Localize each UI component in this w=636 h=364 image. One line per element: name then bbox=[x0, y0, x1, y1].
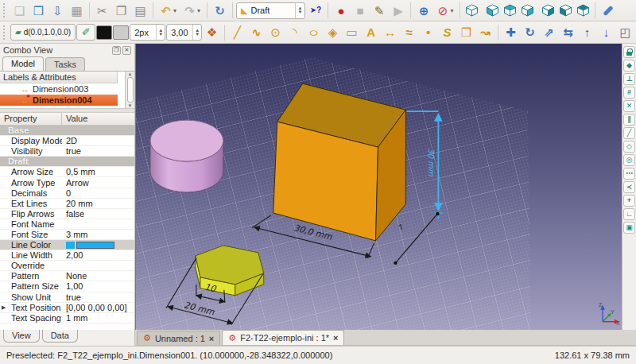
panel-tab-data[interactable]: Data bbox=[42, 330, 78, 343]
tab-model[interactable]: Model bbox=[2, 56, 44, 71]
draft-text-button[interactable]: A bbox=[362, 24, 380, 41]
document-tab[interactable]: ⚙Unnamed : 1× bbox=[137, 331, 220, 345]
3d-view-canvas[interactable]: 30,0 mm 20 mm 10 30 mm bbox=[136, 44, 622, 330]
snap-dimensions-icon[interactable]: ⋯ bbox=[623, 168, 635, 180]
expand-arrow-icon[interactable]: ▶ bbox=[2, 304, 6, 311]
spinner-arrows-icon[interactable]: ▲▼ bbox=[192, 25, 200, 40]
property-row-font-size[interactable]: Font Size3 mm bbox=[0, 230, 134, 240]
property-row-arrow-type[interactable]: Arrow TypeArrow bbox=[0, 177, 134, 188]
draft-ellipse-button[interactable]: ○ bbox=[304, 24, 323, 41]
spinner-arrows-icon[interactable]: ▲▼ bbox=[156, 25, 163, 40]
save-file-button[interactable]: ⇩ bbox=[48, 2, 67, 19]
copy-icon[interactable]: ❐ bbox=[112, 2, 130, 19]
draft-bezier-button[interactable]: ↝ bbox=[476, 24, 494, 41]
modify-offset-button[interactable]: ⇗ bbox=[540, 24, 558, 41]
cut-icon[interactable]: ✂ bbox=[93, 2, 111, 19]
property-value[interactable]: true bbox=[62, 146, 134, 156]
property-value[interactable]: 1,00 bbox=[62, 281, 134, 291]
face-color-swatch[interactable] bbox=[113, 25, 129, 40]
view-axonometric-button[interactable] bbox=[463, 2, 480, 19]
zoom-fit-button[interactable]: ⊕ bbox=[414, 2, 432, 19]
modify-trim-button[interactable]: ⇆ bbox=[559, 24, 577, 41]
close-tab-icon[interactable]: × bbox=[209, 334, 214, 343]
snap-working-plane-icon[interactable]: ▣ bbox=[623, 222, 635, 234]
print-button[interactable]: ▦ bbox=[68, 2, 86, 19]
snap-midpoint-icon[interactable]: ≺ bbox=[623, 181, 635, 193]
close-panel-icon[interactable]: ✕ bbox=[122, 46, 131, 55]
snap-perpendicular-icon[interactable]: ⊥ bbox=[623, 73, 635, 85]
snap-angle-icon[interactable]: ◎ bbox=[623, 154, 635, 166]
view-right-button[interactable] bbox=[519, 2, 536, 19]
line-width-spinbox[interactable]: 2px▲▼ bbox=[130, 24, 165, 41]
snap-ortho-icon[interactable]: ∟ bbox=[623, 208, 635, 220]
whats-this-button[interactable]: ➤? bbox=[306, 2, 324, 19]
property-row-ext-lines[interactable]: Ext Lines20 mm bbox=[0, 199, 134, 209]
view-bottom-button[interactable] bbox=[557, 2, 574, 19]
property-value[interactable]: 2D bbox=[62, 136, 134, 145]
property-value[interactable]: 2,00 bbox=[62, 250, 134, 260]
draft-rectangle-button[interactable]: ▭ bbox=[343, 24, 361, 41]
tree-item-dimension003[interactable]: ↔Dimension003 bbox=[0, 83, 118, 95]
property-value[interactable]: 1 mm bbox=[62, 313, 134, 323]
modify-move-button[interactable]: ✚ bbox=[502, 24, 520, 41]
property-value[interactable]: true bbox=[62, 292, 134, 302]
draft-line-button[interactable]: ╱ bbox=[228, 24, 246, 41]
macro-record-button[interactable]: ● bbox=[332, 2, 350, 19]
tree-scrollbar[interactable]: ▲▼ bbox=[125, 72, 134, 108]
property-value[interactable]: 3 mm bbox=[62, 230, 134, 239]
property-row-show-unit[interactable]: Show Unittrue bbox=[0, 292, 134, 303]
snap-parallel-icon[interactable]: ∥ bbox=[623, 114, 635, 126]
modify-upgrade-button[interactable]: ↑ bbox=[578, 24, 596, 41]
draft-shapestring-button[interactable]: S bbox=[438, 24, 456, 41]
draw-style-button-dropdown-icon[interactable]: ▾ bbox=[450, 7, 456, 14]
draft-dimension-button[interactable]: ↔ bbox=[381, 24, 399, 41]
property-row-text-position[interactable]: Text Position▶[0,00 0,00 0,00] bbox=[0, 303, 134, 313]
property-row-visibility[interactable]: Visibilitytrue bbox=[0, 146, 134, 157]
autogroup-button[interactable]: ❖ bbox=[203, 24, 221, 41]
property-value[interactable]: 0,5 mm bbox=[62, 167, 134, 176]
3d-viewport[interactable]: 30,0 mm 20 mm 10 30 mm bbox=[135, 44, 622, 330]
draw-style-button[interactable]: ⊘ bbox=[433, 2, 452, 19]
construction-mode-button[interactable]: ✐ bbox=[76, 24, 95, 41]
property-value[interactable]: Arrow bbox=[62, 178, 134, 188]
property-value[interactable] bbox=[62, 242, 134, 249]
macro-play-button[interactable]: ▶ bbox=[389, 2, 407, 19]
float-panel-icon[interactable]: ❐ bbox=[112, 46, 121, 55]
redo-button-dropdown-icon[interactable]: ▾ bbox=[197, 7, 204, 14]
view-front-button[interactable] bbox=[484, 2, 501, 19]
undo-button-dropdown-icon[interactable]: ▾ bbox=[173, 7, 180, 14]
property-row-line-color[interactable]: Line Color bbox=[0, 240, 134, 250]
line-color-swatch[interactable] bbox=[96, 25, 112, 40]
draft-point-button[interactable]: • bbox=[419, 24, 437, 41]
draft-wire-button[interactable]: ∿ bbox=[247, 24, 266, 41]
property-value[interactable]: 0 bbox=[62, 188, 134, 198]
property-row-pattern-size[interactable]: Pattern Size1,00 bbox=[0, 281, 134, 292]
snap-endpoint-icon[interactable]: ◆ bbox=[623, 60, 635, 72]
snap-intersection-icon[interactable]: ✕ bbox=[623, 100, 635, 112]
tree-item-dimension004[interactable]: ↔✱Dimension004 bbox=[0, 95, 118, 106]
dimension-diagonal[interactable]: 7 bbox=[394, 212, 439, 265]
dimension-box-height-selected[interactable]: 30 mm bbox=[406, 111, 443, 219]
snap-lock-icon[interactable] bbox=[623, 46, 635, 58]
tab-tasks[interactable]: Tasks bbox=[45, 57, 85, 71]
macro-stop-button[interactable]: ■ bbox=[351, 2, 369, 19]
modify-rotate-button[interactable]: ↻ bbox=[521, 24, 539, 41]
property-row-font-name[interactable]: Font Name bbox=[0, 219, 134, 230]
view-left-button[interactable] bbox=[575, 2, 591, 19]
draft-polygon-button[interactable]: ◈ bbox=[324, 24, 342, 41]
view-rear-button[interactable] bbox=[540, 2, 556, 19]
property-value[interactable]: 20 mm bbox=[62, 199, 134, 208]
working-plane-button[interactable]: ▰d(0.0,1.0,0.0) bbox=[10, 24, 76, 41]
property-row-pattern[interactable]: PatternNone bbox=[0, 271, 134, 281]
property-row-arrow-size[interactable]: Arrow Size0,5 mm bbox=[0, 167, 134, 177]
combo-arrows-icon[interactable]: ▲▼ bbox=[295, 3, 302, 18]
cylinder-object[interactable] bbox=[150, 120, 223, 192]
property-row-flip-arrows[interactable]: Flip Arrowsfalse bbox=[0, 209, 134, 219]
new-file-button[interactable]: ❏ bbox=[10, 2, 29, 19]
property-row-text-spacing[interactable]: Text Spacing1 mm bbox=[0, 313, 134, 323]
font-size-spinbox[interactable]: 3,00▲▼ bbox=[166, 24, 202, 41]
property-value[interactable]: None bbox=[62, 271, 134, 281]
snap-near-icon[interactable]: ╱ bbox=[623, 127, 635, 139]
property-value[interactable]: false bbox=[62, 209, 134, 219]
view-top-button[interactable] bbox=[502, 2, 518, 19]
